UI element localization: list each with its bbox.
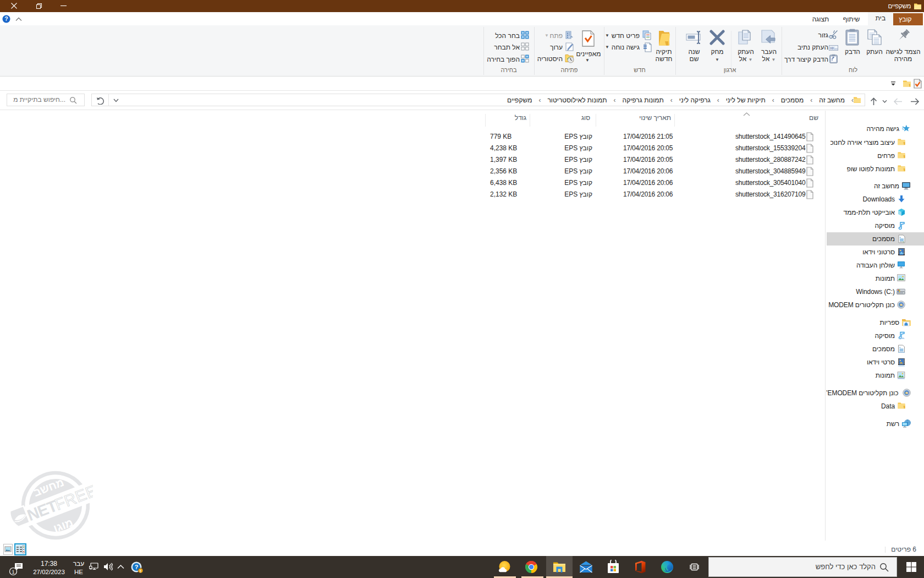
svg-text:?: ? bbox=[4, 15, 8, 22]
svg-text:?: ? bbox=[135, 564, 139, 570]
svg-text:W: W bbox=[830, 46, 834, 51]
svg-text:!: ! bbox=[140, 569, 141, 574]
svg-text:1: 1 bbox=[12, 569, 14, 575]
svg-text:4G: 4G bbox=[899, 304, 903, 307]
svg-text:4G: 4G bbox=[905, 392, 909, 395]
